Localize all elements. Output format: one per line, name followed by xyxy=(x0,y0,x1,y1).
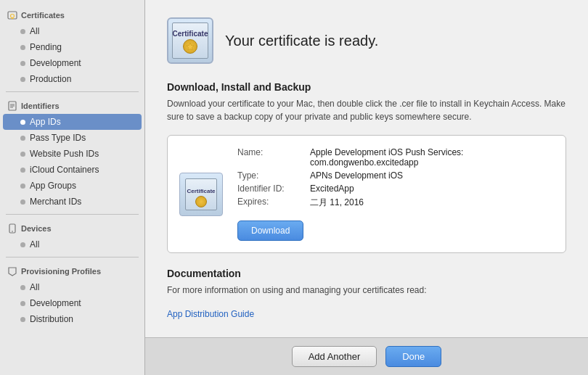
cert-type-value: APNs Development iOS xyxy=(310,170,554,181)
certificate-icon-small: Certificate xyxy=(179,173,223,216)
sidebar-item-prov-distribution[interactable]: Distribution xyxy=(0,311,144,327)
download-section-description: Download your certificate to your Mac, t… xyxy=(167,97,566,123)
dot-icon xyxy=(20,136,25,141)
dot-icon xyxy=(20,301,25,306)
sidebar-item-icloud-containers[interactable]: iCloud Containers xyxy=(0,162,144,178)
cert-identifier-label: Identifier ID: xyxy=(237,184,310,194)
divider xyxy=(6,91,139,92)
dot-icon xyxy=(20,285,25,290)
cert-identifier-value: ExcitedApp xyxy=(310,184,554,194)
devices-section-icon xyxy=(7,223,17,234)
sidebar-item-website-push-ids[interactable]: Website Push IDs xyxy=(0,146,144,162)
documentation-description: For more information on using and managi… xyxy=(167,284,566,297)
identifiers-section-label: Identifiers xyxy=(21,102,60,110)
sidebar-item-development[interactable]: Development xyxy=(0,55,144,71)
sidebar-item-production[interactable]: Production xyxy=(0,71,144,87)
provisioning-section-label: Provisioning Profiles xyxy=(21,267,101,276)
sidebar-item-all[interactable]: All xyxy=(0,23,144,39)
content-area: Certificate Your certificate is ready. D… xyxy=(145,0,588,337)
sidebar-item-prov-all[interactable]: All xyxy=(0,279,144,295)
cert-expires-label: Expires: xyxy=(237,197,310,209)
divider xyxy=(6,214,139,215)
download-button[interactable]: Download xyxy=(237,221,303,241)
dot-icon xyxy=(20,184,25,189)
cert-name-label: Name: xyxy=(237,147,310,168)
certificate-header: Certificate Your certificate is ready. xyxy=(167,17,566,64)
cert-identifier-row: Identifier ID: ExcitedApp xyxy=(237,184,554,194)
divider xyxy=(6,257,139,257)
certificate-info-box: Certificate Name: Apple Development iOS … xyxy=(167,135,566,253)
sidebar-section-devices: Devices xyxy=(0,219,144,236)
sidebar-item-pending[interactable]: Pending xyxy=(0,39,144,55)
main-content: Certificate Your certificate is ready. D… xyxy=(145,0,588,375)
sidebar-item-devices-all[interactable]: All xyxy=(0,236,144,252)
cert-type-label: Type: xyxy=(237,170,310,181)
svg-marker-10 xyxy=(187,43,194,50)
sidebar-section-provisioning: Provisioning Profiles xyxy=(0,262,144,279)
cert-inner-small: Certificate xyxy=(185,178,217,210)
dot-icon xyxy=(20,77,25,82)
sidebar-section-certificates: Certificates xyxy=(0,6,144,23)
documentation-title: Documentation xyxy=(167,268,566,279)
dot-icon xyxy=(20,317,25,322)
sidebar-item-merchant-ids[interactable]: Merchant IDs xyxy=(0,194,144,210)
certificate-icon-large: Certificate xyxy=(167,17,213,64)
cert-label-text: Certificate xyxy=(173,30,208,38)
sidebar-item-app-groups[interactable]: App Groups xyxy=(0,178,144,194)
identifiers-section-icon xyxy=(7,101,17,111)
cert-seal-large xyxy=(183,39,197,54)
provisioning-section-icon xyxy=(7,266,17,276)
certificates-section-icon xyxy=(7,10,17,20)
cert-expires-row: Expires: 二月 11, 2016 xyxy=(237,197,554,209)
dot-icon xyxy=(20,29,25,34)
dot-icon xyxy=(20,168,25,173)
footer: Add Another Done xyxy=(145,337,588,375)
cert-seal-small xyxy=(195,196,207,207)
sidebar-item-prov-development[interactable]: Development xyxy=(0,295,144,311)
download-btn-container: Download xyxy=(237,215,554,241)
cert-expires-value: 二月 11, 2016 xyxy=(310,197,554,209)
cert-name-value: Apple Development iOS Push Services: com… xyxy=(310,147,554,168)
devices-section-label: Devices xyxy=(21,224,52,233)
sidebar: Certificates All Pending Development Pro… xyxy=(0,0,145,375)
cert-name-row: Name: Apple Development iOS Push Service… xyxy=(237,147,554,168)
app-distribution-guide-link[interactable]: App Distribution Guide xyxy=(167,309,254,319)
cert-type-row: Type: APNs Development iOS xyxy=(237,170,554,181)
sidebar-item-pass-type-ids[interactable]: Pass Type IDs xyxy=(0,130,144,146)
cert-info-table: Name: Apple Development iOS Push Service… xyxy=(237,147,554,241)
dot-icon xyxy=(20,61,25,66)
cert-inner-large: Certificate xyxy=(172,22,208,59)
cert-ready-title: Your certificate is ready. xyxy=(225,33,378,49)
add-another-button[interactable]: Add Another xyxy=(292,346,377,367)
dot-icon xyxy=(20,242,25,247)
dot-icon xyxy=(20,199,25,205)
done-button[interactable]: Done xyxy=(385,346,441,367)
certificates-section-label: Certificates xyxy=(21,11,65,20)
dot-icon xyxy=(20,152,25,157)
sidebar-section-identifiers: Identifiers xyxy=(0,96,144,114)
cert-small-label: Certificate xyxy=(187,188,215,194)
dot-icon xyxy=(20,45,25,50)
dot-icon xyxy=(20,120,25,125)
download-section-title: Download, Install and Backup xyxy=(167,81,566,93)
svg-point-1 xyxy=(11,15,15,18)
sidebar-item-app-ids[interactable]: App IDs xyxy=(3,114,142,130)
